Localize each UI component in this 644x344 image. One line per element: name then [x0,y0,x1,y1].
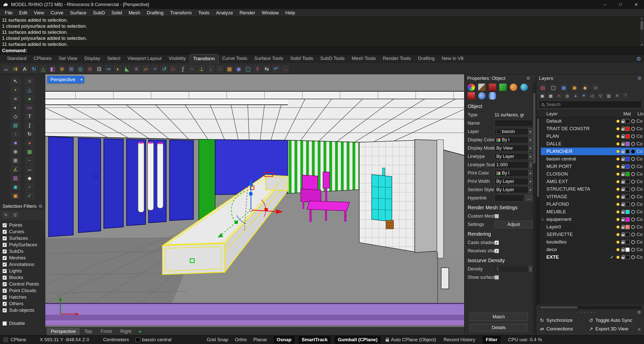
osnap-toggle[interactable]: Osnap [274,336,295,343]
layer-color-swatch[interactable] [625,134,630,139]
layer-visibility-bulb-icon[interactable] [615,233,620,236]
layer-lock-icon[interactable] [620,202,625,206]
layer-name[interactable]: DALLE [546,141,609,147]
dropdown-arrow-icon[interactable]: ▾ [528,145,533,151]
menu-item[interactable]: Window [258,10,282,16]
sidebar-tool-icon[interactable]: ● [25,139,35,147]
layer-visibility-bulb-icon[interactable] [615,120,620,123]
section-style-select[interactable]: By Layer ▾ [495,186,533,193]
layer-print-color-icon[interactable] [631,150,635,153]
details-button[interactable]: Details [470,324,528,332]
sidebar-tool-icon[interactable]: ▨ [11,174,21,182]
sidebar-tool-icon[interactable]: ≈ [11,95,21,102]
layer-color-swatch[interactable] [625,232,630,237]
layer-color-swatch[interactable] [625,127,630,131]
dropdown-arrow-icon[interactable]: ▾ [528,153,533,160]
toolbar-tab[interactable]: New in V8 [438,54,467,63]
layer-name[interactable]: TRAIT DE CONSTR [546,126,609,131]
layer-visibility-bulb-icon[interactable] [615,240,620,244]
toolbar-icon[interactable]: ∫ [179,65,187,73]
layer-row[interactable]: MUR PORT Co [541,163,644,170]
layer-lock-icon[interactable] [620,255,625,259]
layer-visibility-bulb-icon[interactable] [615,248,620,251]
layer-expand-icon[interactable]: ▷ [542,218,546,221]
layer-lock-icon[interactable] [620,248,625,252]
sidebar-tool-icon[interactable]: • [11,86,21,94]
layer-print-color-icon[interactable] [631,233,635,236]
layer-row[interactable]: PLAN Co [541,132,644,140]
gumball-red-handle[interactable] [265,208,268,211]
toolbar-tab[interactable]: CPlanes [30,54,55,63]
layer-visibility-bulb-icon[interactable] [615,135,620,138]
selection-filter-item[interactable]: Annotations [3,261,43,268]
layer-color-swatch[interactable] [625,248,630,252]
layer-visibility-bulb-icon[interactable] [615,157,620,161]
toolbar-icon[interactable]: ⇉ [11,65,19,73]
layer-lock-icon[interactable] [620,210,625,214]
toolbar-icon[interactable]: ⊞ [67,65,75,73]
toolbar-tab[interactable]: Solid Tools [287,54,317,63]
toolbar-icon[interactable]: ↓ [207,65,215,73]
layer-linetype[interactable]: Co [636,201,643,207]
layer-visibility-bulb-icon[interactable] [615,203,620,206]
tab-displacement-icon[interactable] [478,92,486,99]
toolbar-icon[interactable]: ↺ [160,65,168,73]
toolbar-tab[interactable]: Select [104,54,124,63]
layer-name[interactable]: PLAFOND [546,201,609,207]
toolbar-tab[interactable]: Curve Tools [219,54,251,63]
selection-filter-item[interactable]: Points [3,222,43,228]
layers-toolbar-icon[interactable]: ? [622,93,628,99]
layer-select[interactable]: bassin ▾ [495,128,533,135]
layer-linetype[interactable]: Co [636,217,643,222]
selection-filter-item[interactable]: Hatches [3,294,43,300]
layer-linetype[interactable]: Co [636,186,643,192]
layer-linetype[interactable]: Co [636,232,643,237]
layer-visibility-bulb-icon[interactable] [615,150,620,153]
selection-filter-item[interactable]: Sub-objects [3,307,43,314]
white-column[interactable] [441,268,449,289]
layers-toolbar-icon[interactable]: ▽ [597,93,603,99]
layers-toolbar-icon[interactable]: ◆ [582,84,588,91]
layer-color-swatch[interactable] [625,157,630,161]
sidebar-tool-icon[interactable]: ▤ [11,121,21,129]
layer-pane-label[interactable]: bassin central [142,337,172,342]
layer-name[interactable]: STRUCTURE META [546,186,609,192]
layer-color-swatch[interactable] [625,255,630,259]
layer-linetype[interactable]: Co [636,171,643,177]
layer-visibility-bulb-icon[interactable] [615,210,620,214]
layer-lock-icon[interactable] [620,233,625,236]
print-color-select[interactable]: By l ▾ [495,170,533,177]
layer-color-swatch[interactable] [625,142,630,146]
grid-snap-toggle[interactable]: Grid Snap [207,337,228,342]
dropdown-arrow-icon[interactable]: ▾ [528,187,533,193]
tab-material-icon[interactable] [478,84,486,91]
sidebar-tool-icon[interactable]: ● [25,95,35,102]
sidebar-tool-icon[interactable]: ◦ [25,183,35,191]
filter-checkbox[interactable] [3,249,7,254]
layer-row[interactable]: Default Co [541,117,644,125]
scroll-up-icon[interactable]: ▲ [640,17,643,20]
properties-gear-icon[interactable]: ⚙ [526,76,530,81]
column-linetype[interactable]: Lin [637,111,643,117]
layer-print-color-icon[interactable] [631,218,635,221]
layer-lock-icon[interactable] [620,172,625,176]
adjust-button[interactable]: Adjust [495,221,533,228]
sidebar-tool-icon[interactable]: ▦ [25,148,35,155]
selection-filter-item[interactable]: PolySurfaces [3,242,43,248]
cplane-label[interactable]: CPlane [11,337,26,342]
menu-item[interactable]: Surface [67,10,90,16]
layer-lock-icon[interactable] [620,218,625,221]
layer-name[interactable]: bouteilles [546,239,609,245]
layers-toolbar-icon[interactable]: ◁ [589,93,595,99]
layer-row[interactable]: SERVIETTE Co [541,231,644,238]
filter-checkbox[interactable] [3,236,7,240]
custom-mesh-checkbox[interactable] [495,214,499,218]
layer-linetype[interactable]: Co [636,156,643,162]
layer-lock-icon[interactable] [620,195,625,199]
layer-color-swatch[interactable] [625,202,630,207]
layer-print-color-icon[interactable] [631,195,635,199]
viewport-title[interactable]: Perspective [47,76,78,83]
sidebar-tool-icon[interactable]: ↔ [25,165,35,173]
toolbar-icon[interactable]: → [281,65,289,73]
casts-shadows-checkbox[interactable] [495,240,499,245]
